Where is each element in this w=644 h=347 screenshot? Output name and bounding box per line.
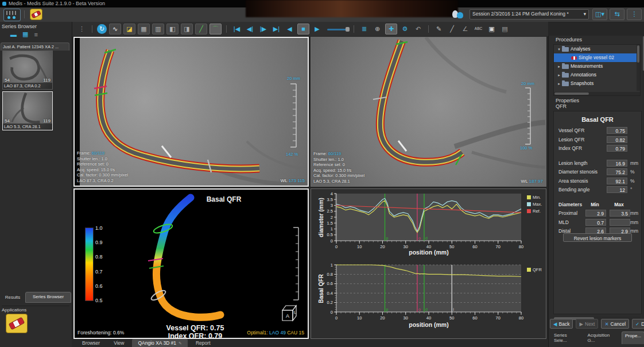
series-thumbnail[interactable]: 54119LAO 87.3, CRA 0.2 <box>2 51 53 90</box>
property-value: 0.82 <box>607 136 627 143</box>
distance-tool[interactable]: ╱ <box>447 24 457 34</box>
tab-results[interactable]: Results <box>1 293 24 302</box>
diameter-chart-xlabel: position (mm) <box>371 249 486 256</box>
svg-text:70: 70 <box>496 315 501 321</box>
copy-to-clipboard[interactable]: ▤ <box>499 24 510 34</box>
angle-tool[interactable]: ∠ <box>460 24 471 34</box>
done-button[interactable]: ✓Done <box>632 319 644 329</box>
tab-pin-icon[interactable]: ✎ <box>179 341 182 345</box>
svg-text:2.5: 2.5 <box>327 209 333 214</box>
tree-item-measurements[interactable]: ▸Measurements <box>554 62 640 71</box>
qangio-application-icon[interactable] <box>6 314 28 333</box>
overlay-lines: Shutter len.: 1.0Reference set: 0Acq. sp… <box>313 157 364 184</box>
panel-tab-series-sele-[interactable]: Series Sele... <box>551 331 583 344</box>
orientation-cube-icon[interactable]: A L <box>282 306 297 321</box>
overlay-text[interactable]: ◨ <box>181 24 193 34</box>
patient-tab[interactable]: Just A. Patient 12345 XA 2 ... <box>1 43 69 51</box>
scale-ruler <box>522 81 540 150</box>
play-backward[interactable]: ◀ <box>284 24 295 34</box>
list-view-toggle[interactable]: ≡ <box>34 31 37 38</box>
thumbnail-view-toggle[interactable]: ▦ <box>22 30 28 38</box>
layout-tab-view[interactable]: View <box>108 339 130 347</box>
layout-tab-report[interactable]: Report <box>190 339 216 347</box>
text-annotation-tool[interactable]: ABC <box>473 24 484 34</box>
toolbar-separator <box>92 25 92 33</box>
tree-item-annotations[interactable]: ▸Annotations <box>554 71 640 79</box>
panel-tab-acquisition-g-[interactable]: Acquisition G... <box>585 331 619 344</box>
session-select[interactable]: Session 2/3/2016 1:24 PM Gerhard Koning … <box>470 9 589 20</box>
tree-item-single-vessel-02[interactable]: Single vessel 02 <box>554 53 640 62</box>
revert-lesion-markers-button[interactable]: Revert lesion markers <box>563 233 632 242</box>
next-frame[interactable]: |▶ <box>258 24 269 34</box>
tree-item-analyses[interactable]: ▾Analyses <box>554 45 640 53</box>
frame-label: Frame: <box>77 151 91 156</box>
reference-marker[interactable] <box>398 141 406 151</box>
medis-home-button[interactable] <box>3 9 21 21</box>
zoom-tool[interactable]: ⊕ <box>372 24 383 34</box>
property-unit: % <box>630 178 635 184</box>
layout-custom[interactable]: ▥ <box>152 24 164 34</box>
tree-expander-icon[interactable]: ▸ <box>556 71 562 79</box>
collapse-toggle[interactable]: ▬ <box>10 31 17 38</box>
series-thumbnail[interactable]: 54119LAO 5.3, CRA 28.1 <box>2 91 53 130</box>
next-button[interactable]: ▶Next <box>576 319 598 329</box>
undo[interactable]: ↶ <box>413 24 424 34</box>
legend-label: Min. <box>533 195 541 200</box>
thumbnail-frame-count: 119 <box>43 118 51 124</box>
stack-scroll-tool[interactable]: ≣ <box>359 24 370 34</box>
svg-text:1: 1 <box>331 226 333 232</box>
toolbar-separator <box>354 25 354 33</box>
window-width-histogram[interactable]: ∿ <box>109 24 121 34</box>
tree-item-label: Single vessel 02 <box>579 55 614 60</box>
tree-hscrollbar[interactable] <box>554 92 640 95</box>
overlay-graphics[interactable]: ◧ <box>166 24 179 34</box>
layout-tab-qangio-xa-3d-1[interactable]: QAngio XA 3D #1✎ <box>132 339 188 347</box>
diameter-chart-ylabel: diameter (mm) <box>318 192 324 244</box>
stop[interactable]: ■ <box>297 24 309 34</box>
cancel-button[interactable]: ✕Cancel <box>601 319 629 329</box>
layout-tab-browser[interactable]: Browser <box>76 339 106 347</box>
back-button[interactable]: ◀Back <box>550 319 573 329</box>
reference-marker[interactable] <box>162 146 171 157</box>
overlay-line: Acq. speed: 15.0 f/s <box>313 168 364 174</box>
marker-tool[interactable]: ✎ <box>433 24 444 34</box>
reset-view[interactable]: ↻ <box>97 24 107 34</box>
window-level[interactable]: ◪ <box>123 24 135 34</box>
pan-tool[interactable]: ✚ <box>385 24 397 34</box>
previous-frame[interactable]: ◀| <box>245 24 255 34</box>
snapshot-tool[interactable]: ▣ <box>486 24 497 34</box>
last-frame[interactable]: ▶| <box>271 24 282 34</box>
toolbar-menu[interactable]: ⋮ <box>76 24 87 34</box>
panel-tab-prope-[interactable]: Prope... <box>622 331 644 344</box>
first-frame[interactable]: |◀ <box>231 24 242 34</box>
medis-logo-dots <box>7 16 10 19</box>
charts-viewport[interactable]: 0102030405060708000.511.522.533.54pod di… <box>311 188 546 339</box>
frame-label: Frame: <box>313 151 327 156</box>
property-value: 92.1 <box>607 178 627 184</box>
switch-session-button[interactable]: ⇆ <box>610 9 624 20</box>
frame-speed-slider[interactable] <box>327 26 350 32</box>
svg-text:80: 80 <box>519 315 523 321</box>
contour-line-tool[interactable]: ╱ <box>195 24 207 34</box>
medis-logo-grid <box>6 11 17 15</box>
tree-item-snapshots[interactable]: ▸Snapshots <box>554 79 640 88</box>
qangio-app-button[interactable] <box>30 9 42 20</box>
angiogram-viewport-2[interactable]: Frame: 60/119 Shutter len.: 1.0Reference… <box>311 37 546 187</box>
contour-spline-tool[interactable]: ⌒ <box>210 24 222 34</box>
tree-expander-icon[interactable]: ▸ <box>556 79 562 88</box>
layout-grid[interactable]: ▦ <box>138 24 150 34</box>
property-value: 3.5 <box>610 210 630 217</box>
screen-layout-button[interactable]: ◫▾ <box>592 9 607 20</box>
tree-vscrollbar[interactable] <box>637 45 640 91</box>
play-forward[interactable]: ▶ <box>312 24 323 34</box>
more-options-button[interactable]: ⋮ <box>627 9 642 20</box>
tree-expander-icon[interactable]: ▸ <box>556 62 562 71</box>
scale-ruler <box>288 76 305 151</box>
angiogram-viewport-1[interactable]: Frame: 60/119 Shutter len.: 1.0Reference… <box>73 37 309 187</box>
qfr-3d-viewport[interactable]: Basal QFR 1.00.90.80.70.60.5 <box>73 188 309 339</box>
tab-series-browser[interactable]: Series Browser <box>25 292 71 303</box>
zoom-percent-label: 100 % <box>520 145 532 151</box>
display-settings[interactable]: ⚙ <box>399 24 410 34</box>
property-label: Index QFR <box>558 145 582 151</box>
tree-expander-icon[interactable]: ▾ <box>556 45 562 53</box>
